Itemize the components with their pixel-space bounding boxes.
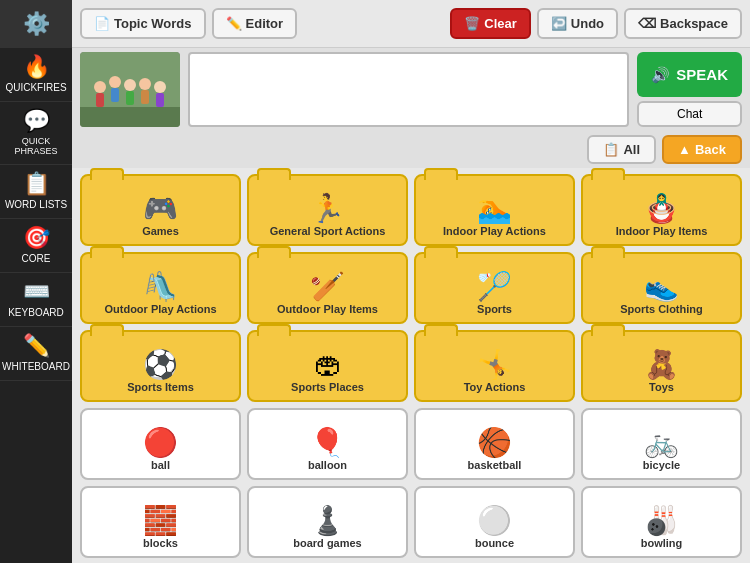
ball-icon: 🔴	[143, 429, 178, 457]
board-games-icon: ♟️	[310, 507, 345, 535]
balloon-label: balloon	[308, 459, 347, 472]
sidebar-item-whiteboard[interactable]: ✏️ WHITEBOARD	[0, 327, 72, 381]
whiteboard-icon: ✏️	[23, 335, 50, 357]
toys-icon: 🧸	[644, 351, 679, 379]
sports-items-label: Sports Items	[127, 381, 194, 394]
folder-general-sport-actions[interactable]: 🏃 General Sport Actions	[247, 174, 408, 246]
editor-button[interactable]: ✏️ Editor	[212, 8, 298, 39]
bicycle-icon: 🚲	[644, 429, 679, 457]
svg-rect-9	[141, 90, 149, 104]
sports-items-icon: ⚽	[143, 351, 178, 379]
folder-sports-places[interactable]: 🏟 Sports Places	[247, 330, 408, 402]
chat-button[interactable]: Chat	[637, 101, 742, 127]
toys-label: Toys	[649, 381, 674, 394]
folder-toy-actions[interactable]: 🤸 Toy Actions	[414, 330, 575, 402]
all-button[interactable]: 📋 All	[587, 135, 656, 164]
basketball-label: basketball	[468, 459, 522, 472]
item-bicycle[interactable]: 🚲 bicycle	[581, 408, 742, 480]
svg-rect-1	[80, 107, 180, 127]
keyboard-icon: ⌨️	[23, 281, 50, 303]
sidebar: ⚙️ 🔥 QUICKFIRES 💬 QUICK PHRASES 📋 WORD L…	[0, 0, 72, 563]
topic-words-button[interactable]: 📄 Topic Words	[80, 8, 206, 39]
backspace-icon: ⌫	[638, 16, 656, 31]
folder-toys[interactable]: 🧸 Toys	[581, 330, 742, 402]
svg-point-2	[94, 81, 106, 93]
general-sport-actions-label: General Sport Actions	[270, 225, 386, 238]
basketball-icon: 🏀	[477, 429, 512, 457]
sidebar-settings[interactable]: ⚙️	[0, 0, 72, 48]
back-button[interactable]: ▲ Back	[662, 135, 742, 164]
sidebar-item-core[interactable]: 🎯 CORE	[0, 219, 72, 273]
outdoor-play-items-label: Outdoor Play Items	[277, 303, 378, 316]
sidebar-item-quick-phrases[interactable]: 💬 QUICK PHRASES	[0, 102, 72, 165]
sidebar-label-word-lists: WORD LISTS	[5, 199, 67, 210]
folder-indoor-play-actions[interactable]: 🏊 Indoor Play Actions	[414, 174, 575, 246]
toy-actions-icon: 🤸	[477, 351, 512, 379]
outdoor-play-actions-icon: 🛝	[143, 273, 178, 301]
svg-point-10	[154, 81, 166, 93]
item-basketball[interactable]: 🏀 basketball	[414, 408, 575, 480]
item-bounce[interactable]: ⚪ bounce	[414, 486, 575, 558]
item-blocks[interactable]: 🧱 blocks	[80, 486, 241, 558]
bowling-icon: 🎳	[644, 507, 679, 535]
topbar: 📄 Topic Words ✏️ Editor 🗑️ Clear ↩️ Undo…	[72, 0, 750, 48]
bounce-label: bounce	[475, 537, 514, 550]
chat-label: Chat	[677, 107, 702, 121]
bounce-icon: ⚪	[477, 507, 512, 535]
games-label: Games	[142, 225, 179, 238]
image-preview	[80, 52, 180, 127]
folder-sports-items[interactable]: ⚽ Sports Items	[80, 330, 241, 402]
trash-icon: 🗑️	[464, 16, 480, 31]
indoor-play-actions-label: Indoor Play Actions	[443, 225, 546, 238]
folder-games[interactable]: 🎮 Games	[80, 174, 241, 246]
svg-rect-7	[126, 91, 134, 105]
main-area: 📄 Topic Words ✏️ Editor 🗑️ Clear ↩️ Undo…	[72, 0, 750, 563]
all-label: All	[623, 142, 640, 157]
sidebar-label-whiteboard: WHITEBOARD	[2, 361, 70, 372]
target-icon: 🎯	[23, 227, 50, 249]
folder-indoor-play-items[interactable]: 🪆 Indoor Play Items	[581, 174, 742, 246]
balloon-icon: 🎈	[310, 429, 345, 457]
svg-point-8	[139, 78, 151, 90]
sidebar-item-quickfires[interactable]: 🔥 QUICKFIRES	[0, 48, 72, 102]
clear-label: Clear	[484, 16, 517, 31]
outdoor-play-actions-label: Outdoor Play Actions	[104, 303, 216, 316]
folder-outdoor-play-actions[interactable]: 🛝 Outdoor Play Actions	[80, 252, 241, 324]
item-balloon[interactable]: 🎈 balloon	[247, 408, 408, 480]
preview-image	[80, 52, 180, 127]
toy-actions-label: Toy Actions	[464, 381, 526, 394]
back-arrow-icon: ▲	[678, 142, 691, 157]
speak-chat-controls: 🔊 SPEAK Chat	[637, 52, 742, 127]
item-board-games[interactable]: ♟️ board games	[247, 486, 408, 558]
flame-icon: 🔥	[23, 56, 50, 78]
sports-label: Sports	[477, 303, 512, 316]
svg-rect-11	[156, 93, 164, 107]
text-area-row: 🔊 SPEAK Chat	[72, 48, 750, 131]
blocks-icon: 🧱	[143, 507, 178, 535]
item-grid: 🎮 Games 🏃 General Sport Actions 🏊 Indoor…	[80, 174, 742, 563]
svg-point-4	[109, 76, 121, 88]
folder-outdoor-play-items[interactable]: 🏏 Outdoor Play Items	[247, 252, 408, 324]
item-bowling[interactable]: 🎳 bowling	[581, 486, 742, 558]
chat-icon: 💬	[23, 110, 50, 132]
games-icon: 🎮	[143, 195, 178, 223]
topic-words-icon: 📄	[94, 16, 110, 31]
text-input[interactable]	[188, 52, 629, 127]
sidebar-item-word-lists[interactable]: 📋 WORD LISTS	[0, 165, 72, 219]
folder-sports-clothing[interactable]: 👟 Sports Clothing	[581, 252, 742, 324]
speak-button[interactable]: 🔊 SPEAK	[637, 52, 742, 97]
grid-area: 🎮 Games 🏃 General Sport Actions 🏊 Indoor…	[72, 168, 750, 563]
undo-button[interactable]: ↩️ Undo	[537, 8, 618, 39]
sidebar-label-core: CORE	[22, 253, 51, 264]
sidebar-label-keyboard: KEYBOARD	[8, 307, 64, 318]
sports-icon: 🏸	[477, 273, 512, 301]
sidebar-item-keyboard[interactable]: ⌨️ KEYBOARD	[0, 273, 72, 327]
backspace-button[interactable]: ⌫ Backspace	[624, 8, 742, 39]
folder-sports[interactable]: 🏸 Sports	[414, 252, 575, 324]
board-games-label: board games	[293, 537, 361, 550]
clear-button[interactable]: 🗑️ Clear	[450, 8, 531, 39]
indoor-play-actions-icon: 🏊	[477, 195, 512, 223]
undo-icon: ↩️	[551, 16, 567, 31]
editor-label: Editor	[246, 16, 284, 31]
item-ball[interactable]: 🔴 ball	[80, 408, 241, 480]
